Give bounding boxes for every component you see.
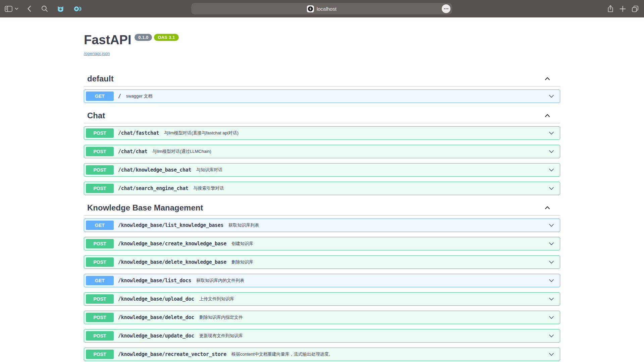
endpoint-description: 删除知识库 <box>231 259 253 265</box>
expand-endpoint-icon[interactable] <box>548 222 555 229</box>
expand-endpoint-icon[interactable] <box>548 129 555 137</box>
expand-endpoint-icon[interactable] <box>548 314 555 321</box>
openapi-spec-link[interactable]: /openapi.json <box>84 51 110 56</box>
api-tag-section: default GET / swagger 文档 <box>84 71 560 103</box>
extension-broadcast-icon <box>73 5 82 13</box>
tag-section-body: GET /knowledge_base/list_knowledge_bases… <box>84 216 560 361</box>
endpoint-row[interactable]: POST /chat/search_engine_chat 与搜索引擎对话 <box>84 182 560 195</box>
swagger-page: FastAPI 0.1.0 OAS 3.1 /openapi.json defa… <box>0 17 644 362</box>
endpoint-description: 与知识库对话 <box>196 167 222 173</box>
tab-overview-icon <box>632 5 639 12</box>
endpoint-row[interactable]: POST /knowledge_base/create_knowledge_ba… <box>84 237 560 250</box>
version-badge: 0.1.0 <box>135 34 152 41</box>
endpoint-path: /knowledge_base/delete_knowledge_base <box>118 259 226 265</box>
endpoint-path: /knowledge_base/create_knowledge_base <box>118 241 226 247</box>
api-tag-section: Knowledge Base Management GET /knowledge… <box>84 200 560 361</box>
collapse-section-icon[interactable] <box>544 75 551 82</box>
http-method-badge: POST <box>86 184 114 193</box>
sidebar-toggle-button[interactable] <box>5 6 12 12</box>
collapse-section-icon[interactable] <box>544 204 551 211</box>
http-method-badge: POST <box>86 331 114 341</box>
expand-endpoint-icon[interactable] <box>548 185 555 192</box>
endpoint-description: 获取知识库内的文件列表 <box>196 278 244 284</box>
endpoint-path: /knowledge_base/recreate_vector_store <box>118 351 226 357</box>
endpoint-path: / <box>118 93 121 99</box>
tag-title: Chat <box>87 111 105 120</box>
expand-endpoint-icon[interactable] <box>548 332 555 340</box>
toolbar-right-group <box>607 0 639 17</box>
tag-section-header[interactable]: Knowledge Base Management <box>84 200 560 216</box>
share-icon <box>607 5 614 12</box>
endpoint-row[interactable]: GET / swagger 文档 <box>84 89 560 103</box>
http-method-badge: POST <box>86 313 114 322</box>
endpoint-row[interactable]: POST /knowledge_base/delete_doc 删除知识库内指定… <box>84 311 560 324</box>
endpoint-description: 创建知识库 <box>231 241 253 247</box>
http-method-badge: GET <box>86 92 114 101</box>
page-title: FastAPI 0.1.0 OAS 3.1 <box>84 33 560 47</box>
endpoint-row[interactable]: GET /knowledge_base/list_docs 获取知识库内的文件列… <box>84 274 560 287</box>
http-method-badge: POST <box>86 165 114 175</box>
http-method-badge: POST <box>86 147 114 156</box>
oas-badge: OAS 3.1 <box>154 34 178 41</box>
api-title-text: FastAPI <box>84 33 131 47</box>
tag-section-header[interactable]: default <box>84 71 560 86</box>
endpoint-row[interactable]: POST /knowledge_base/upload_doc 上传文件到知识库 <box>84 292 560 306</box>
expand-endpoint-icon[interactable] <box>548 258 555 266</box>
http-method-badge: POST <box>86 294 114 304</box>
endpoint-path: /chat/search_engine_chat <box>118 185 189 191</box>
endpoint-row[interactable]: POST /chat/chat 与llm模型对话(通过LLMChain) <box>84 145 560 158</box>
more-options-icon <box>444 8 448 9</box>
http-method-badge: POST <box>86 350 114 359</box>
api-sections: default GET / swagger 文档 Chat POST /chat… <box>84 71 560 361</box>
api-tag-section: Chat POST /chat/fastchat 与llm模型对话(直接与fas… <box>84 108 560 195</box>
endpoint-path: /knowledge_base/list_docs <box>118 278 191 284</box>
endpoint-row[interactable]: GET /knowledge_base/list_knowledge_bases… <box>84 219 560 232</box>
api-info-block: FastAPI 0.1.0 OAS 3.1 /openapi.json <box>84 17 560 56</box>
expand-endpoint-icon[interactable] <box>548 240 555 247</box>
tag-title: Knowledge Base Management <box>87 203 203 212</box>
endpoint-path: /knowledge_base/upload_doc <box>118 296 194 302</box>
search-icon <box>41 5 48 12</box>
tag-section-header[interactable]: Chat <box>84 108 560 123</box>
expand-endpoint-icon[interactable] <box>548 166 555 174</box>
http-method-badge: GET <box>86 276 114 285</box>
endpoint-path: /chat/knowledge_base_chat <box>118 167 191 173</box>
endpoint-path: /knowledge_base/update_doc <box>118 333 194 339</box>
endpoint-path: /knowledge_base/delete_doc <box>118 314 194 320</box>
endpoint-row[interactable]: POST /knowledge_base/update_doc 更新现有文件到知… <box>84 329 560 343</box>
expand-endpoint-icon[interactable] <box>548 148 555 155</box>
endpoint-row[interactable]: POST /knowledge_base/delete_knowledge_ba… <box>84 255 560 269</box>
tab-overview-button[interactable] <box>632 5 639 12</box>
tag-title: default <box>87 74 114 83</box>
endpoint-description: 与搜索引擎对话 <box>194 185 224 191</box>
expand-endpoint-icon[interactable] <box>548 277 555 284</box>
expand-endpoint-icon[interactable] <box>548 295 555 303</box>
expand-endpoint-icon[interactable] <box>548 93 555 100</box>
back-chevron-icon <box>27 5 31 12</box>
http-method-badge: POST <box>86 257 114 267</box>
extension-shield-button[interactable] <box>57 5 64 13</box>
endpoint-description: 删除知识库内指定文件 <box>199 314 243 320</box>
new-tab-button[interactable] <box>620 6 626 12</box>
back-button[interactable] <box>27 5 31 12</box>
sidebar-icon <box>5 6 12 12</box>
search-button[interactable] <box>41 5 48 12</box>
http-method-badge: GET <box>86 221 114 230</box>
page-settings-button[interactable] <box>442 4 450 13</box>
endpoint-row[interactable]: POST /chat/knowledge_base_chat 与知识库对话 <box>84 163 560 177</box>
expand-endpoint-icon[interactable] <box>548 351 555 358</box>
site-favicon-icon <box>307 5 314 12</box>
extension-broadcast-button[interactable] <box>73 5 82 13</box>
endpoint-path: /knowledge_base/list_knowledge_bases <box>118 222 223 228</box>
collapse-section-icon[interactable] <box>544 112 551 119</box>
endpoint-description: 获取知识库列表 <box>228 222 259 228</box>
http-method-badge: POST <box>86 128 114 138</box>
address-bar[interactable]: localhost <box>191 3 452 14</box>
share-button[interactable] <box>607 5 614 12</box>
tag-section-body: GET / swagger 文档 <box>84 86 560 103</box>
endpoint-row[interactable]: POST /chat/fastchat 与llm模型对话(直接与fastchat… <box>84 126 560 140</box>
endpoint-description: 根据content中文档重建向量库，流式输出处理进度。 <box>231 351 333 357</box>
address-host-text: localhost <box>317 6 336 12</box>
endpoint-row[interactable]: POST /knowledge_base/recreate_vector_sto… <box>84 348 560 361</box>
sidebar-menu-button[interactable] <box>15 7 18 10</box>
